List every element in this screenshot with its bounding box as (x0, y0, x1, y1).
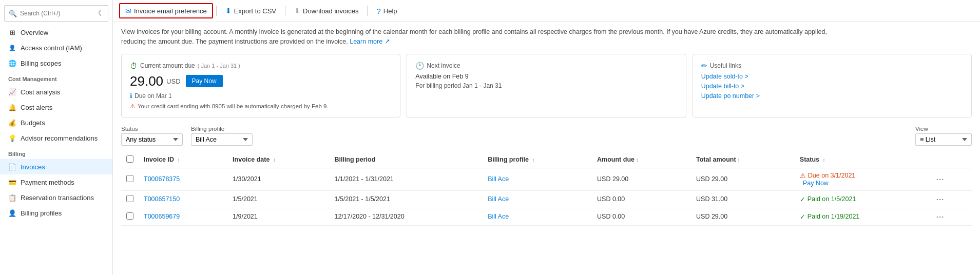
row-checkbox[interactable] (126, 175, 133, 182)
download-invoices-button[interactable]: ⬇ Download invoices (289, 4, 364, 18)
invoice-id-link[interactable]: T000659679 (144, 213, 180, 220)
row-billing-profile: Bill Ace (483, 190, 592, 208)
th-status: Status ↕ (795, 152, 929, 168)
table-row: T000659679 1/9/2021 12/17/2020 - 12/31/2… (121, 208, 972, 225)
view-filter-label: View (915, 126, 972, 132)
warning-row: ⚠ Your credit card ending with 8905 will… (130, 103, 392, 110)
row-more-actions: ⋯ (929, 168, 972, 190)
sidebar-item-budgets[interactable]: 💰 Budgets (0, 115, 112, 130)
sidebar-item-payment-methods[interactable]: 💳 Payment methods (0, 174, 112, 190)
sort-icon-amount-due[interactable]: ↕ (636, 157, 639, 163)
sidebar-item-advisor-recommendations[interactable]: 💡 Advisor recommendations (0, 130, 112, 146)
check-icon: ✓ (800, 195, 805, 203)
search-input[interactable] (20, 10, 89, 17)
row-status: ✓Paid on 1/19/2021 (795, 208, 929, 225)
invoice-id-link[interactable]: T000657150 (144, 195, 180, 203)
billing-profile-link[interactable]: Bill Ace (488, 195, 509, 203)
sidebar: 🔍 《 ⊞ Overview 👤 Access control (IAM) 🌐 … (0, 0, 113, 275)
view-filter-group: View ≡ List ⊞ Grid (915, 126, 972, 146)
envelope-icon: ✉ (125, 7, 131, 15)
more-actions-button[interactable]: ⋯ (934, 194, 946, 204)
row-status: ⚠Due on 3/1/2021Pay Now (795, 168, 929, 190)
select-all-checkbox[interactable] (126, 155, 133, 163)
filters-row: Status Any status Due Paid Past due Bill… (121, 126, 972, 146)
row-billing-profile: Bill Ace (483, 208, 592, 225)
more-actions-button[interactable]: ⋯ (934, 212, 946, 222)
sidebar-item-billing-scopes[interactable]: 🌐 Billing scopes (0, 55, 112, 71)
period-label: ( Jan 1 - Jan 31 ) (198, 63, 240, 69)
update-sold-to-link[interactable]: Update sold-to > (701, 73, 963, 80)
row-checkbox[interactable] (126, 195, 133, 202)
billing-profile-filter-label: Billing profile (191, 126, 253, 132)
search-box[interactable]: 🔍 《 (4, 5, 108, 22)
info-icon: ℹ (130, 92, 132, 100)
more-actions-button[interactable]: ⋯ (934, 174, 946, 184)
billing-scopes-icon: 🌐 (8, 59, 16, 67)
collapse-button[interactable]: 《 (92, 8, 104, 19)
section-label-cost-management: Cost Management (0, 71, 112, 84)
invoice-email-preference-button[interactable]: ✉ Invoice email preference (119, 3, 213, 18)
status-paid: ✓Paid on 1/5/2021 (800, 195, 924, 203)
th-amount-due: Amount due↕ (592, 152, 691, 168)
due-date-row: ℹ Due on Mar 1 (130, 92, 392, 100)
th-checkbox (121, 152, 139, 168)
sidebar-item-cost-alerts[interactable]: 🔔 Cost alerts (0, 100, 112, 115)
update-po-number-link[interactable]: Update po number > (701, 92, 963, 100)
sort-icon-invoice-date[interactable]: ↕ (273, 157, 276, 163)
export-csv-button[interactable]: ⬇ Export to CSV (220, 4, 282, 18)
sort-icon-status[interactable]: ↕ (823, 157, 825, 163)
th-actions (929, 152, 972, 168)
billing-profile-filter-select[interactable]: Bill Ace (191, 133, 253, 146)
card-title-current-amount: ⏱ Current amount due ( Jan 1 - Jan 31 ) (130, 62, 392, 70)
th-total-amount: Total amount↕ (691, 152, 795, 168)
access-control-icon: 👤 (8, 44, 16, 52)
billing-profile-link[interactable]: Bill Ace (488, 213, 509, 220)
advisor-icon: 💡 (8, 134, 16, 142)
th-invoice-id: Invoice ID ↕ (139, 152, 227, 168)
invoice-id-link[interactable]: T000678375 (144, 175, 180, 183)
invoices-icon: 📄 (8, 163, 16, 171)
sidebar-item-cost-analysis[interactable]: 📈 Cost analysis (0, 84, 112, 100)
clock-icon: ⏱ (130, 62, 138, 70)
sidebar-item-access-control[interactable]: 👤 Access control (IAM) (0, 40, 112, 55)
warning-status-icon: ⚠ (800, 172, 806, 180)
help-button[interactable]: ? Help (371, 4, 402, 18)
current-amount-due-card: ⏱ Current amount due ( Jan 1 - Jan 31 ) … (121, 54, 400, 117)
status-filter-select[interactable]: Any status Due Paid Past due (121, 133, 183, 146)
section-label-billing: Billing (0, 146, 112, 159)
row-total-amount: USD 29.00 (691, 208, 795, 225)
row-invoice-date: 1/30/2021 (227, 168, 329, 190)
check-icon: ✓ (800, 213, 805, 221)
sort-icon-billing-profile[interactable]: ↕ (532, 157, 535, 163)
reservation-transactions-icon: 📋 (8, 193, 16, 202)
row-invoice-id: T000659679 (139, 208, 227, 225)
next-invoice-card: 🕐 Next invoice Available on Feb 9 For bi… (407, 54, 686, 117)
description-text: View invoices for your billing account. … (121, 27, 840, 47)
row-amount-due: USD 29.00 (592, 168, 691, 190)
pencil-icon: ✏ (701, 62, 707, 70)
update-bill-to-link[interactable]: Update bill-to > (701, 83, 963, 90)
row-billing-profile: Bill Ace (483, 168, 592, 190)
row-checkbox-cell (121, 208, 139, 225)
payment-methods-icon: 💳 (8, 178, 16, 186)
th-invoice-date: Invoice date ↕ (227, 152, 329, 168)
sort-icon-total-amount[interactable]: ↕ (738, 157, 740, 163)
row-more-actions: ⋯ (929, 208, 972, 225)
sidebar-item-billing-profiles[interactable]: 👤 Billing profiles (0, 205, 112, 221)
export-icon: ⬇ (225, 7, 232, 15)
view-filter-select[interactable]: ≡ List ⊞ Grid (915, 133, 972, 146)
row-billing-period: 12/17/2020 - 12/31/2020 (329, 208, 483, 225)
download-icon: ⬇ (294, 7, 300, 15)
sidebar-item-invoices[interactable]: 📄 Invoices (0, 159, 112, 174)
help-icon: ? (376, 7, 380, 15)
sidebar-item-overview[interactable]: ⊞ Overview (0, 25, 112, 40)
pay-now-button[interactable]: Pay Now (186, 75, 223, 87)
learn-more-link[interactable]: Learn more ↗ (350, 38, 390, 45)
pay-now-table-link[interactable]: Pay Now (803, 180, 829, 187)
th-billing-profile: Billing profile ↕ (483, 152, 592, 168)
sort-icon-invoice-id[interactable]: ↕ (178, 157, 180, 163)
billing-profile-filter-group: Billing profile Bill Ace (191, 126, 253, 146)
row-checkbox[interactable] (126, 212, 133, 220)
sidebar-item-reservation-transactions[interactable]: 📋 Reservation transactions (0, 190, 112, 205)
billing-profile-link[interactable]: Bill Ace (488, 175, 509, 183)
